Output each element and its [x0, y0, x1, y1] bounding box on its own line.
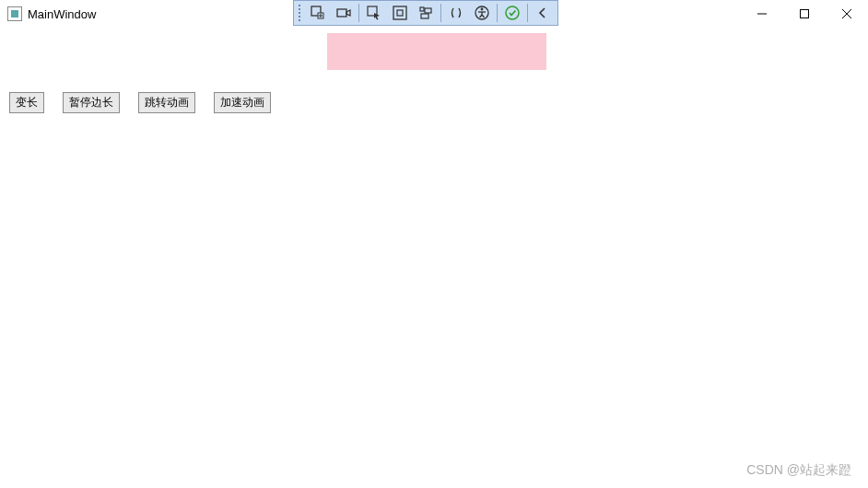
svg-rect-4: [337, 9, 346, 17]
watermark: CSDN @站起来蹬: [746, 462, 851, 479]
toolbar-separator: [440, 4, 441, 22]
titlebar: MainWindow: [0, 0, 868, 28]
xaml-binding-icon[interactable]: [443, 2, 469, 24]
accessibility-icon[interactable]: [469, 2, 495, 24]
svg-rect-8: [393, 6, 406, 19]
animated-rectangle: [327, 33, 546, 70]
grow-button[interactable]: 变长: [9, 92, 44, 113]
svg-rect-11: [425, 8, 431, 13]
svg-rect-9: [397, 10, 403, 16]
app-icon: [7, 6, 22, 21]
toolbar-grip[interactable]: [296, 3, 303, 23]
layout-adorners-icon[interactable]: [387, 2, 413, 24]
minimize-button[interactable]: [741, 0, 783, 28]
svg-line-18: [482, 15, 485, 17]
toolbar-separator: [527, 4, 528, 22]
toolbar-separator: [358, 4, 359, 22]
jump-button[interactable]: 跳转动画: [138, 92, 195, 113]
window-title: MainWindow: [28, 7, 96, 21]
accelerate-button[interactable]: 加速动画: [214, 92, 271, 113]
pause-button[interactable]: 暂停边长: [63, 92, 120, 113]
select-element-icon[interactable]: [361, 2, 387, 24]
debug-toolbar: [293, 0, 558, 26]
maximize-button[interactable]: [783, 0, 826, 28]
toolbar-separator: [497, 4, 498, 22]
track-focused-icon[interactable]: [413, 2, 439, 24]
collapse-left-icon[interactable]: [530, 2, 556, 24]
client-area: 变长 暂停边长 跳转动画 加速动画: [0, 28, 868, 488]
svg-rect-21: [801, 10, 809, 18]
svg-rect-12: [421, 14, 428, 18]
hot-reload-icon[interactable]: [499, 2, 525, 24]
window-controls: [741, 0, 868, 28]
svg-point-19: [506, 6, 519, 19]
button-row: 变长 暂停边长 跳转动画 加速动画: [9, 92, 271, 113]
live-visual-tree-icon[interactable]: [305, 2, 331, 24]
camera-icon[interactable]: [331, 2, 357, 24]
svg-rect-10: [420, 7, 424, 11]
svg-point-14: [481, 8, 484, 11]
close-button[interactable]: [826, 0, 868, 28]
